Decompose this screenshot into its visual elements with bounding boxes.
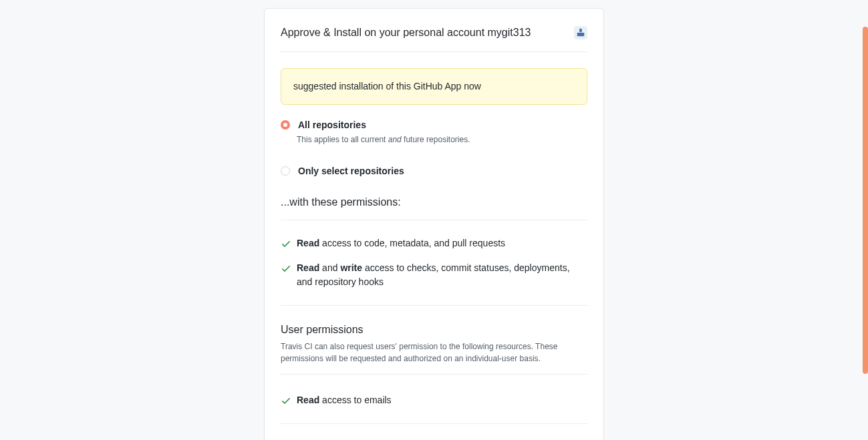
user-permissions-title: User permissions xyxy=(281,322,587,338)
repo-radio-group: All repositories This applies to all cur… xyxy=(281,118,587,178)
scroll-indicator[interactable] xyxy=(863,27,868,374)
radio-select-repositories[interactable]: Only select repositories xyxy=(281,164,587,178)
permission-item: Read access to code, metadata, and pull … xyxy=(281,234,587,253)
radio-content: Only select repositories xyxy=(297,164,587,178)
permissions-list: Read access to code, metadata, and pull … xyxy=(281,220,587,306)
user-permissions-list: Read access to emails xyxy=(281,375,587,424)
svg-rect-1 xyxy=(577,33,585,36)
header-row: Approve & Install on your personal accou… xyxy=(281,25,587,52)
permission-item: Read and write access to checks, commit … xyxy=(281,258,587,292)
svg-rect-0 xyxy=(579,29,582,32)
user-permissions-section: User permissions Travis CI can also requ… xyxy=(281,322,587,375)
radio-indicator-selected xyxy=(281,120,290,130)
user-permissions-desc: Travis CI can also request users' permis… xyxy=(281,341,587,365)
permission-text: Read and write access to checks, commit … xyxy=(297,261,587,289)
permission-text: Read access to emails xyxy=(297,393,392,407)
radio-label-select: Only select repositories xyxy=(297,164,587,178)
app-icon xyxy=(574,26,587,39)
radio-desc-all: This applies to all current and future r… xyxy=(297,134,587,146)
permission-text: Read access to code, metadata, and pull … xyxy=(297,236,505,250)
check-icon xyxy=(281,263,291,274)
check-icon xyxy=(281,238,291,249)
page-title: Approve & Install on your personal accou… xyxy=(281,25,531,41)
radio-indicator-unselected xyxy=(281,166,290,176)
install-card: Approve & Install on your personal accou… xyxy=(264,8,604,440)
permission-item: Read access to emails xyxy=(281,391,587,410)
radio-content: All repositories This applies to all cur… xyxy=(297,118,587,146)
check-icon xyxy=(281,395,291,406)
notice-box: suggested installation of this GitHub Ap… xyxy=(281,68,587,105)
radio-label-all: All repositories xyxy=(297,118,587,132)
notice-text: suggested installation of this GitHub Ap… xyxy=(293,81,481,91)
permissions-heading: ...with these permissions: xyxy=(281,194,587,220)
radio-all-repositories[interactable]: All repositories This applies to all cur… xyxy=(281,118,587,146)
